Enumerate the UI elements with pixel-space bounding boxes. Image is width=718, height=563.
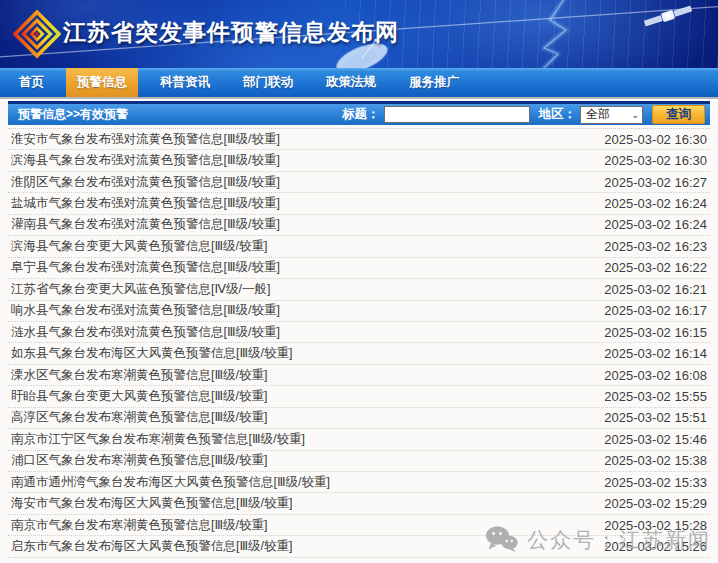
main-nav-list: 首页预警信息科普资讯部门联动政策法规服务推广 xyxy=(8,68,481,97)
warning-title-link[interactable]: 南京市气象台发布寒潮黄色预警信息[Ⅲ级/较重] xyxy=(8,517,268,534)
main-nav: 首页预警信息科普资讯部门联动政策法规服务推广 xyxy=(0,68,718,97)
warning-time: 2025-03-02 16:22 xyxy=(604,260,710,275)
satellite-icon xyxy=(644,4,692,27)
warning-title-link[interactable]: 涟水县气象台发布强对流黄色预警信息[Ⅲ级/较重] xyxy=(8,324,280,341)
warning-title-link[interactable]: 南京市江宁区气象台发布寒潮黄色预警信息[Ⅲ级/较重] xyxy=(8,431,305,448)
region-select[interactable]: 全部 ⌄ xyxy=(580,106,643,124)
search-controls: 标题： 地区： 全部 ⌄ 查询 xyxy=(342,105,705,124)
warning-title-link[interactable]: 江苏省气象台变更大风蓝色预警信息[Ⅳ级/一般] xyxy=(8,281,270,298)
search-button[interactable]: 查询 xyxy=(652,105,705,124)
warning-title-link[interactable]: 溧水区气象台发布寒潮黄色预警信息[Ⅲ级/较重] xyxy=(8,367,268,384)
nav-item-department-linkage[interactable]: 部门联动 xyxy=(232,68,304,97)
warning-time: 2025-03-02 15:29 xyxy=(604,496,710,511)
region-selected-value: 全部 xyxy=(586,106,610,123)
warning-row[interactable]: 南通市通州湾气象台发布海区大风黄色预警信息[Ⅲ级/较重]2025-03-02 1… xyxy=(8,472,710,493)
warning-title-link[interactable]: 淮安市气象台发布强对流黄色预警信息[Ⅲ级/较重] xyxy=(8,131,280,148)
warning-time: 2025-03-02 16:08 xyxy=(604,368,710,383)
content-area: 预警信息>>有效预警 标题： 地区： 全部 ⌄ 查询 淮安市气象台发布强对流黄色… xyxy=(8,101,710,558)
warning-time: 2025-03-02 15:51 xyxy=(604,410,710,425)
warning-title-link[interactable]: 如东县气象台发布海区大风黄色预警信息[Ⅲ级/较重] xyxy=(8,345,293,362)
nav-item-warning-info[interactable]: 预警信息 xyxy=(66,68,138,97)
site-title: 江苏省突发事件预警信息发布网 xyxy=(63,17,399,48)
warning-row[interactable]: 如东县气象台发布海区大风黄色预警信息[Ⅲ级/较重]2025-03-02 16:1… xyxy=(8,343,710,364)
warning-row[interactable]: 海安市气象台发布海区大风黄色预警信息[Ⅲ级/较重]2025-03-02 15:2… xyxy=(8,493,710,514)
warning-time: 2025-03-02 15:28 xyxy=(604,518,710,533)
warning-title-link[interactable]: 淮阴区气象台发布强对流黄色预警信息[Ⅲ级/较重] xyxy=(8,174,280,191)
nav-item-home[interactable]: 首页 xyxy=(8,68,55,97)
warning-row[interactable]: 淮安市气象台发布强对流黄色预警信息[Ⅲ级/较重]2025-03-02 16:30 xyxy=(8,129,710,150)
warning-time: 2025-03-02 15:38 xyxy=(604,453,710,468)
warning-time: 2025-03-02 16:27 xyxy=(604,175,710,190)
warning-row[interactable]: 南京市气象台发布寒潮黄色预警信息[Ⅲ级/较重]2025-03-02 15:28 xyxy=(8,515,710,536)
warning-time: 2025-03-02 16:24 xyxy=(604,217,710,232)
warning-row[interactable]: 江苏省气象台变更大风蓝色预警信息[Ⅳ级/一般]2025-03-02 16:21 xyxy=(8,279,710,300)
warning-time: 2025-03-02 16:15 xyxy=(604,325,710,340)
warning-title-link[interactable]: 海安市气象台发布海区大风黄色预警信息[Ⅲ级/较重] xyxy=(8,495,293,512)
warning-row[interactable]: 盐城市气象台发布强对流黄色预警信息[Ⅲ级/较重]2025-03-02 16:24 xyxy=(8,193,710,214)
region-filter-label: 地区： xyxy=(539,106,577,123)
warning-title-link[interactable]: 高淳区气象台发布寒潮黄色预警信息[Ⅲ级/较重] xyxy=(8,409,268,426)
warning-time: 2025-03-02 16:21 xyxy=(604,282,710,297)
warning-row[interactable]: 南京市江宁区气象台发布寒潮黄色预警信息[Ⅲ级/较重]2025-03-02 15:… xyxy=(8,429,710,450)
warning-row[interactable]: 启东市气象台发布海区大风黄色预警信息[Ⅲ级/较重]2025-03-02 15:2… xyxy=(8,536,710,557)
nav-item-policy-regulation[interactable]: 政策法规 xyxy=(315,68,387,97)
warning-time: 2025-03-02 15:26 xyxy=(604,539,710,554)
warning-title-link[interactable]: 盐城市气象台发布强对流黄色预警信息[Ⅲ级/较重] xyxy=(8,195,280,212)
warning-time: 2025-03-02 16:24 xyxy=(604,196,710,211)
warning-row[interactable]: 滨海县气象台变更大风黄色预警信息[Ⅲ级/较重]2025-03-02 16:23 xyxy=(8,236,710,257)
warning-row[interactable]: 盱眙县气象台变更大风黄色预警信息[Ⅲ级/较重]2025-03-02 15:55 xyxy=(8,386,710,407)
warning-title-link[interactable]: 响水县气象台发布强对流黄色预警信息[Ⅲ级/较重] xyxy=(8,302,280,319)
warning-time: 2025-03-02 16:30 xyxy=(604,153,710,168)
header-banner: 江苏省突发事件预警信息发布网 xyxy=(0,0,718,68)
warning-list: 淮安市气象台发布强对流黄色预警信息[Ⅲ级/较重]2025-03-02 16:30… xyxy=(8,128,710,558)
warning-title-link[interactable]: 盱眙县气象台变更大风黄色预警信息[Ⅲ级/较重] xyxy=(8,388,268,405)
list-toolbar: 预警信息>>有效预警 标题： 地区： 全部 ⌄ 查询 xyxy=(8,101,710,125)
warning-row[interactable]: 响水县气象台发布强对流黄色预警信息[Ⅲ级/较重]2025-03-02 16:17 xyxy=(8,301,710,322)
warning-title-link[interactable]: 滨海县气象台发布强对流黄色预警信息[Ⅲ级/较重] xyxy=(8,152,280,169)
title-filter-label: 标题： xyxy=(342,106,380,123)
warning-time: 2025-03-02 16:30 xyxy=(604,132,710,147)
warning-row[interactable]: 灌南县气象台发布强对流黄色预警信息[Ⅲ级/较重]2025-03-02 16:24 xyxy=(8,215,710,236)
warning-title-link[interactable]: 阜宁县气象台发布强对流黄色预警信息[Ⅲ级/较重] xyxy=(8,259,280,276)
warning-row[interactable]: 高淳区气象台发布寒潮黄色预警信息[Ⅲ级/较重]2025-03-02 15:51 xyxy=(8,408,710,429)
lightning-bolt-decoration xyxy=(540,0,566,68)
warning-time: 2025-03-02 16:17 xyxy=(604,303,710,318)
title-search-input[interactable] xyxy=(384,106,530,123)
warning-title-link[interactable]: 滨海县气象台变更大风黄色预警信息[Ⅲ级/较重] xyxy=(8,238,268,255)
warning-row[interactable]: 浦口区气象台发布寒潮黄色预警信息[Ⅲ级/较重]2025-03-02 15:38 xyxy=(8,451,710,472)
warning-row[interactable]: 滨海县气象台发布强对流黄色预警信息[Ⅲ级/较重]2025-03-02 16:30 xyxy=(8,150,710,171)
warning-title-link[interactable]: 南通市通州湾气象台发布海区大风黄色预警信息[Ⅲ级/较重] xyxy=(8,474,330,491)
nav-item-science-info[interactable]: 科普资讯 xyxy=(149,68,221,97)
warning-row[interactable]: 阜宁县气象台发布强对流黄色预警信息[Ⅲ级/较重]2025-03-02 16:22 xyxy=(8,258,710,279)
warning-time: 2025-03-02 15:46 xyxy=(604,432,710,447)
warning-row[interactable]: 涟水县气象台发布强对流黄色预警信息[Ⅲ级/较重]2025-03-02 16:15 xyxy=(8,322,710,343)
warning-title-link[interactable]: 浦口区气象台发布寒潮黄色预警信息[Ⅲ级/较重] xyxy=(8,452,268,469)
breadcrumb: 预警信息>>有效预警 xyxy=(18,106,128,123)
warning-time: 2025-03-02 16:14 xyxy=(604,346,710,361)
nav-item-service-promotion[interactable]: 服务推广 xyxy=(398,68,470,97)
warning-row[interactable]: 溧水区气象台发布寒潮黄色预警信息[Ⅲ级/较重]2025-03-02 16:08 xyxy=(8,365,710,386)
warning-time: 2025-03-02 15:55 xyxy=(604,389,710,404)
warning-time: 2025-03-02 15:33 xyxy=(604,475,710,490)
site-logo xyxy=(13,9,61,59)
warning-title-link[interactable]: 灌南县气象台发布强对流黄色预警信息[Ⅲ级/较重] xyxy=(8,216,280,233)
warning-row[interactable]: 淮阴区气象台发布强对流黄色预警信息[Ⅲ级/较重]2025-03-02 16:27 xyxy=(8,172,710,193)
warning-title-link[interactable]: 启东市气象台发布海区大风黄色预警信息[Ⅲ级/较重] xyxy=(8,538,293,555)
warning-time: 2025-03-02 16:23 xyxy=(604,239,710,254)
chevron-down-icon: ⌄ xyxy=(631,110,639,120)
